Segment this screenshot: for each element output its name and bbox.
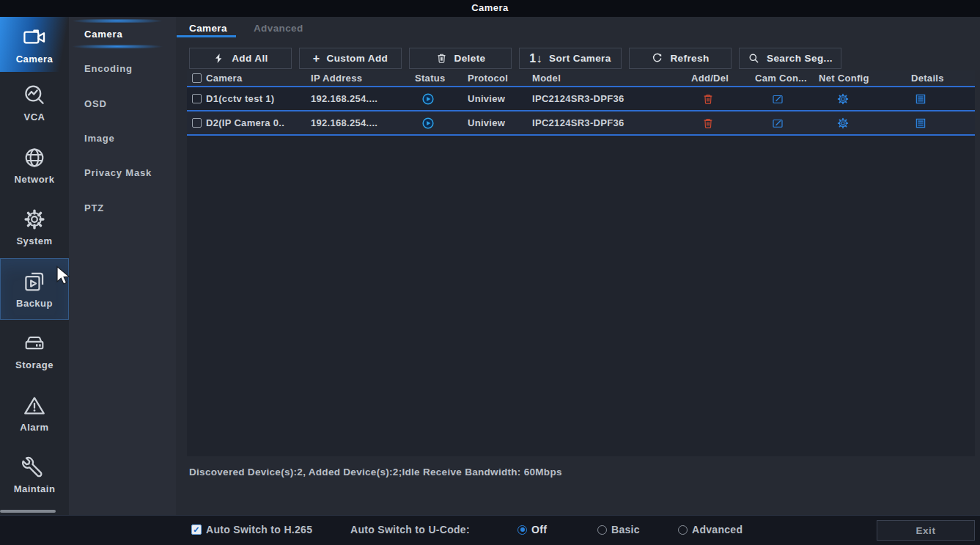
sidebar-scrollbar-thumb[interactable] bbox=[0, 510, 56, 513]
sidebar-item-vca[interactable]: VCA bbox=[0, 72, 69, 134]
sort-camera-button[interactable]: 1↓ Sort Camera bbox=[519, 48, 622, 69]
sidebar-item-alarm[interactable]: Alarm bbox=[0, 382, 69, 445]
tab-label: Advanced bbox=[254, 23, 303, 34]
add-del-cell bbox=[691, 92, 755, 106]
page-title: Camera bbox=[471, 2, 509, 13]
cam-config-cell bbox=[755, 92, 819, 106]
play-status-icon[interactable] bbox=[421, 92, 435, 106]
edit-icon[interactable] bbox=[771, 117, 784, 130]
submenu-item-label: Camera bbox=[84, 29, 123, 40]
sidebar-item-storage[interactable]: Storage bbox=[0, 320, 69, 382]
delete-camera-icon[interactable] bbox=[701, 92, 715, 106]
submenu-item-camera[interactable]: Camera bbox=[69, 17, 176, 51]
title-bar: Camera bbox=[0, 0, 980, 17]
header-ip-address: IP Address bbox=[311, 73, 415, 84]
table-row[interactable]: D1(cctv test 1) 192.168.254.... Uniview … bbox=[187, 87, 975, 111]
footer-bar: ✓ Auto Switch to H.265 Auto Switch to U-… bbox=[0, 515, 980, 545]
net-config-cell bbox=[819, 92, 911, 106]
refresh-icon bbox=[651, 52, 663, 65]
details-cell bbox=[911, 117, 975, 130]
camera-icon bbox=[22, 25, 47, 50]
radio-basic-label: Basic bbox=[611, 524, 640, 535]
submenu-item-privacy-mask[interactable]: Privacy Mask bbox=[69, 156, 176, 190]
main-content: Camera Advanced Add All + Custom Add Del… bbox=[176, 17, 980, 515]
sidebar-item-label: System bbox=[16, 235, 52, 246]
radio-advanced[interactable] bbox=[678, 525, 688, 535]
row-checkbox[interactable] bbox=[192, 94, 202, 103]
table-header-row: Camera IP Address Status Protocol Model … bbox=[187, 70, 975, 87]
radio-advanced-option: Advanced bbox=[678, 524, 743, 535]
submenu-item-encoding[interactable]: Encoding bbox=[69, 51, 176, 86]
sidebar-item-system[interactable]: System bbox=[0, 196, 69, 258]
backup-icon bbox=[22, 269, 47, 294]
select-all-checkbox[interactable] bbox=[192, 73, 202, 83]
edit-icon[interactable] bbox=[771, 92, 784, 106]
sidebar-item-camera[interactable]: Camera bbox=[0, 17, 69, 72]
model-cell: IPC2124SR3-DPF36 bbox=[532, 117, 691, 128]
nvr-camera-screen: Camera Camera VCA Network System Backup … bbox=[0, 0, 980, 545]
header-cam-config: Cam Con... bbox=[755, 73, 819, 84]
add-all-button[interactable]: Add All bbox=[189, 48, 292, 69]
button-label: Sort Camera bbox=[549, 53, 611, 64]
header-details: Details bbox=[911, 73, 975, 84]
auto-h265-option: ✓ Auto Switch to H.265 bbox=[191, 524, 312, 535]
search-icon bbox=[748, 52, 760, 65]
row-checkbox[interactable] bbox=[192, 118, 202, 128]
storage-icon bbox=[22, 331, 47, 356]
exit-button[interactable]: Exit bbox=[877, 520, 975, 541]
discovery-status-text: Discovered Device(s):2, Added Device(s):… bbox=[189, 467, 562, 478]
gear-icon[interactable] bbox=[836, 92, 850, 106]
h265-checkbox[interactable]: ✓ bbox=[191, 524, 202, 535]
h265-label: Auto Switch to H.265 bbox=[206, 524, 312, 535]
search-segment-button[interactable]: Search Seg... bbox=[739, 48, 841, 69]
radio-basic[interactable] bbox=[597, 525, 607, 535]
radio-advanced-label: Advanced bbox=[692, 524, 743, 535]
header-model: Model bbox=[532, 73, 691, 84]
details-icon[interactable] bbox=[914, 92, 927, 106]
trash-icon bbox=[435, 52, 448, 65]
camera-submenu: Camera Encoding OSD Image Privacy Mask P… bbox=[69, 17, 176, 515]
tab-camera[interactable]: Camera bbox=[189, 23, 227, 34]
details-icon[interactable] bbox=[914, 117, 927, 130]
button-label: Search Seg... bbox=[767, 53, 833, 64]
gear-icon[interactable] bbox=[836, 117, 850, 130]
header-add-del: Add/Del bbox=[691, 73, 755, 84]
sidebar-item-network[interactable]: Network bbox=[0, 134, 69, 197]
sidebar-item-maintain[interactable]: Maintain bbox=[0, 444, 69, 506]
protocol-cell: Uniview bbox=[468, 117, 532, 128]
tab-advanced[interactable]: Advanced bbox=[254, 23, 303, 34]
sidebar-item-label: Backup bbox=[16, 298, 53, 309]
submenu-item-label: PTZ bbox=[84, 202, 104, 213]
custom-add-button[interactable]: + Custom Add bbox=[299, 48, 402, 69]
mouse-cursor bbox=[56, 266, 72, 286]
sidebar-item-label: Storage bbox=[15, 359, 54, 370]
refresh-button[interactable]: Refresh bbox=[629, 48, 732, 69]
camera-toolbar: Add All + Custom Add Delete 1↓ Sort Came… bbox=[189, 48, 841, 69]
button-label: Refresh bbox=[670, 53, 709, 64]
camera-name-cell: D2(IP Camera 0.. bbox=[187, 117, 311, 128]
submenu-item-ptz[interactable]: PTZ bbox=[69, 190, 176, 224]
wrench-icon bbox=[22, 455, 47, 480]
submenu-item-osd[interactable]: OSD bbox=[69, 87, 176, 121]
play-status-icon[interactable] bbox=[421, 116, 435, 131]
submenu-item-label: Image bbox=[84, 133, 115, 144]
sidebar-item-label: Network bbox=[15, 174, 55, 185]
submenu-item-label: OSD bbox=[84, 98, 107, 109]
delete-camera-icon[interactable] bbox=[701, 117, 715, 130]
header-status: Status bbox=[415, 73, 468, 84]
delete-button[interactable]: Delete bbox=[409, 48, 512, 69]
sort-icon: 1↓ bbox=[529, 53, 542, 65]
submenu-item-label: Encoding bbox=[84, 63, 133, 74]
camera-table: Camera IP Address Status Protocol Model … bbox=[187, 70, 975, 456]
sidebar-item-label: VCA bbox=[24, 111, 45, 122]
radio-off[interactable] bbox=[517, 525, 527, 535]
header-net-config: Net Config bbox=[819, 73, 911, 84]
table-row[interactable]: D2(IP Camera 0.. 192.168.254.... Uniview… bbox=[187, 111, 975, 136]
radio-off-option: Off bbox=[517, 524, 547, 535]
radio-off-label: Off bbox=[531, 524, 547, 535]
tab-label: Camera bbox=[189, 23, 227, 34]
camera-name-cell: D1(cctv test 1) bbox=[187, 93, 311, 104]
tab-bar: Camera Advanced bbox=[189, 23, 303, 34]
submenu-item-image[interactable]: Image bbox=[69, 121, 176, 156]
sidebar-item-label: Alarm bbox=[20, 422, 48, 433]
